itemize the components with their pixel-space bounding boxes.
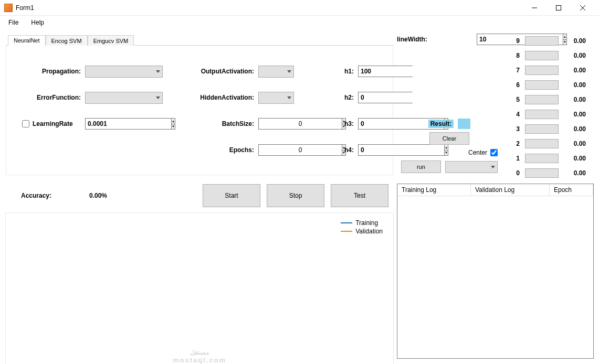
hiddenactivation-combo[interactable] xyxy=(258,92,294,104)
window-title: Form1 xyxy=(16,4,522,12)
tab-emgucv-svm[interactable]: Emgucv SVM xyxy=(88,35,134,46)
digit-5-bar xyxy=(525,95,559,104)
drawing-canvas[interactable] xyxy=(413,47,486,114)
tab-control: NeuralNet Encog SVM Emgucv SVM Propagati… xyxy=(5,34,394,176)
accuracy-value: 0.00% xyxy=(89,192,152,199)
learningrate-label: LearningRate xyxy=(22,120,85,127)
log-table[interactable]: Training Log Validation Log Epoch xyxy=(397,184,594,359)
linewidth-label: lineWidth: xyxy=(397,36,471,43)
epochs-input[interactable] xyxy=(258,144,342,156)
digit-3-bar xyxy=(525,124,559,134)
app-icon xyxy=(4,4,13,12)
stop-button[interactable]: Stop xyxy=(267,184,324,207)
digit-0-bar xyxy=(525,168,559,178)
tabpage-neuralnet: Propagation: OutputActivation: h1: ▲▼ Er… xyxy=(6,46,393,175)
digit-2-bar xyxy=(525,139,559,148)
legend-training: Training xyxy=(355,219,378,227)
batchsize-label: BatchSize: xyxy=(185,120,258,127)
linewidth-spinner[interactable]: ▲▼ xyxy=(477,34,502,45)
digit-0-value: 0.00 xyxy=(562,169,586,177)
digit-8-value: 0.00 xyxy=(562,52,586,59)
h2-label: h2: xyxy=(332,94,358,101)
batchsize-spinner[interactable]: ▲▼ xyxy=(258,118,294,130)
digit-7-label: 7 xyxy=(506,67,522,74)
test-button[interactable]: Test xyxy=(331,184,388,207)
titlebar: Form1 xyxy=(0,0,599,16)
digit-2-value: 0.00 xyxy=(562,140,586,147)
batchsize-input[interactable] xyxy=(258,118,342,130)
run-combo[interactable] xyxy=(445,161,498,173)
propagation-label: Propagation: xyxy=(22,68,85,75)
result-label: Result: xyxy=(428,120,454,128)
digit-4-label: 4 xyxy=(506,111,522,118)
digit-8-bar xyxy=(525,51,559,60)
outputactivation-combo[interactable] xyxy=(258,66,294,78)
digit-outputs: 90.00 80.00 70.00 60.00 50.00 40.00 30.0… xyxy=(506,34,592,180)
outputactivation-label: OutputActivation: xyxy=(185,68,258,75)
propagation-combo[interactable] xyxy=(85,66,163,78)
digit-9-bar xyxy=(525,36,559,46)
close-button[interactable] xyxy=(571,0,595,16)
digit-6-bar xyxy=(525,80,559,90)
h1-spinner[interactable]: ▲▼ xyxy=(358,66,403,77)
hiddenactivation-label: HiddenActivation: xyxy=(185,94,258,101)
log-col-validation[interactable]: Validation Log xyxy=(471,184,550,196)
tab-encog-svm[interactable]: Encog SVM xyxy=(46,35,88,46)
svg-rect-1 xyxy=(556,5,561,10)
run-button[interactable]: run xyxy=(401,160,441,173)
digit-5-value: 0.00 xyxy=(562,96,586,103)
digit-4-bar xyxy=(525,110,559,119)
h3-label: h3: xyxy=(332,120,358,127)
epochs-label: Epochs: xyxy=(185,146,258,154)
h2-spinner[interactable]: ▲▼ xyxy=(358,92,403,103)
log-col-epoch[interactable]: Epoch xyxy=(550,184,593,196)
maximize-button[interactable] xyxy=(547,0,571,16)
start-button[interactable]: Start xyxy=(203,184,260,207)
digit-9-label: 9 xyxy=(506,37,522,45)
log-col-training[interactable]: Training Log xyxy=(397,184,471,196)
accuracy-label: Accuracy: xyxy=(21,192,73,199)
digit-3-label: 3 xyxy=(506,125,522,133)
h4-label: h4: xyxy=(332,146,358,154)
down-icon[interactable]: ▼ xyxy=(172,124,175,130)
digit-0-label: 0 xyxy=(506,169,522,177)
center-label: Center xyxy=(468,149,487,156)
digit-7-value: 0.00 xyxy=(562,67,586,74)
result-value xyxy=(458,119,470,129)
minimize-button[interactable] xyxy=(522,0,547,16)
digit-4-value: 0.00 xyxy=(562,111,586,118)
up-icon[interactable]: ▲ xyxy=(172,119,175,124)
center-checkbox[interactable] xyxy=(490,149,498,156)
digit-7-bar xyxy=(525,66,559,75)
h3-spinner[interactable]: ▲▼ xyxy=(358,118,403,130)
errorfunction-label: ErrorFunction: xyxy=(22,94,85,101)
digit-6-label: 6 xyxy=(506,81,522,89)
menu-file[interactable]: File xyxy=(3,17,24,28)
digit-2-label: 2 xyxy=(506,140,522,147)
chart-area: Training Validation مستقل mostaql.com xyxy=(5,212,394,364)
epochs-spinner[interactable]: ▲▼ xyxy=(258,144,294,156)
h1-label: h1: xyxy=(332,68,358,75)
learningrate-spinner[interactable]: ▲▼ xyxy=(85,118,164,130)
menubar: File Help xyxy=(0,16,599,29)
digit-1-label: 1 xyxy=(506,155,522,162)
digit-6-value: 0.00 xyxy=(562,81,586,89)
digit-1-bar xyxy=(525,154,559,163)
clear-button[interactable]: Clear xyxy=(429,132,469,145)
learningrate-input[interactable] xyxy=(85,118,171,130)
chart-legend: Training Validation xyxy=(341,219,383,236)
tab-neuralnet[interactable]: NeuralNet xyxy=(8,35,46,46)
watermark: مستقل mostaql.com xyxy=(173,349,226,364)
digit-3-value: 0.00 xyxy=(562,125,586,133)
h4-spinner[interactable]: ▲▼ xyxy=(358,144,403,156)
menu-help[interactable]: Help xyxy=(26,17,49,28)
digit-9-value: 0.00 xyxy=(562,37,586,45)
learningrate-checkbox[interactable] xyxy=(22,120,29,127)
digit-1-value: 0.00 xyxy=(562,155,586,162)
legend-validation: Validation xyxy=(355,228,383,235)
digit-5-label: 5 xyxy=(506,96,522,103)
errorfunction-combo[interactable] xyxy=(85,92,163,104)
digit-8-label: 8 xyxy=(506,52,522,59)
